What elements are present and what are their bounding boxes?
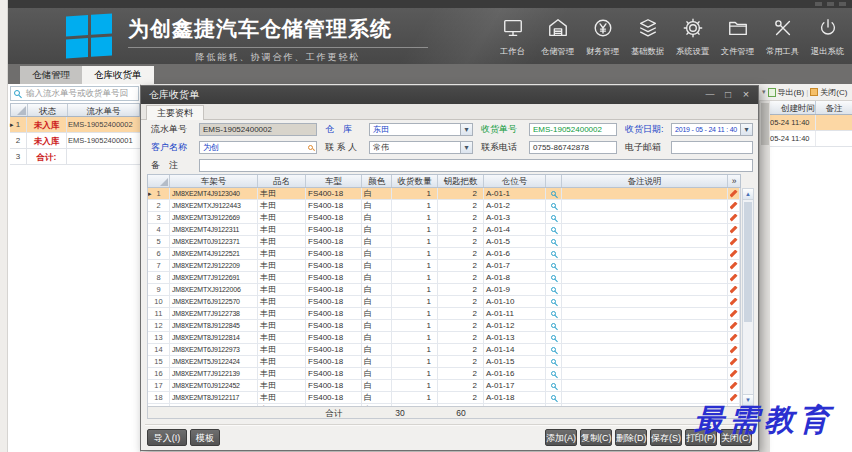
vehicle-row[interactable]: 14 JM8XE2MT6J9122973 丰田 FS400-18 白 1 2 A… bbox=[148, 344, 740, 356]
row-edit-icon[interactable] bbox=[730, 322, 738, 330]
scroll-thumb[interactable] bbox=[744, 202, 752, 322]
vehicle-row[interactable]: 6 JM8XE2MT4J9122521 丰田 FS400-18 白 1 2 A-… bbox=[148, 248, 740, 260]
col-model[interactable]: 车型 bbox=[306, 175, 362, 187]
template-button[interactable]: 模板 bbox=[190, 429, 220, 446]
vehicle-row[interactable]: 2 JM8XE2MTXJ9122443 丰田 FS400-18 白 1 2 A-… bbox=[148, 200, 740, 212]
row-edit-icon[interactable] bbox=[730, 286, 738, 294]
phone-field[interactable]: 0755-86742878 bbox=[529, 141, 617, 154]
row-lookup-icon[interactable] bbox=[551, 191, 556, 196]
dialog-minimize-icon[interactable] bbox=[702, 88, 718, 102]
copy-button[interactable]: 复制(C) bbox=[580, 429, 612, 446]
row-edit-icon[interactable] bbox=[730, 334, 738, 342]
col-qty[interactable]: 收货数量 bbox=[392, 175, 438, 187]
row-lookup-icon[interactable] bbox=[551, 203, 556, 208]
row-lookup-icon[interactable] bbox=[551, 359, 556, 364]
row-lookup-icon[interactable] bbox=[551, 311, 556, 316]
row-lookup-icon[interactable] bbox=[551, 299, 556, 304]
row-edit-icon[interactable] bbox=[730, 310, 738, 318]
close-list-button[interactable]: 关闭(C) bbox=[810, 87, 847, 98]
contact-select[interactable]: 常伟 bbox=[369, 141, 473, 154]
row-edit-icon[interactable] bbox=[730, 382, 738, 390]
row-edit-icon[interactable] bbox=[730, 214, 738, 222]
row-edit-icon[interactable] bbox=[730, 238, 738, 246]
delete-button[interactable]: 删除(D) bbox=[615, 429, 647, 446]
row-lookup-icon[interactable] bbox=[551, 395, 556, 400]
tab-main-info[interactable]: 主要资料 bbox=[146, 105, 204, 120]
nav-tools[interactable]: 常用工具 bbox=[760, 17, 805, 58]
vehicle-row[interactable]: 5 JM8XE2MT0J9122371 丰田 FS400-18 白 1 2 A-… bbox=[148, 236, 740, 248]
tab-receipt-doc[interactable]: 仓库收货单 bbox=[82, 66, 154, 84]
col-brand[interactable]: 品名 bbox=[258, 175, 306, 187]
receipt-date-picker[interactable]: 2019 - 05 - 24 11 : 40 bbox=[671, 123, 753, 136]
vehicle-row[interactable]: 1 JM8XE2MT4J9123040 丰田 FS400-18 白 1 2 A-… bbox=[148, 188, 740, 200]
col-note[interactable]: 备注 bbox=[816, 101, 852, 114]
vehicle-row[interactable]: 12 JM8XE2MT8J9122845 丰田 FS400-18 白 1 2 A… bbox=[148, 320, 740, 332]
col-keys[interactable]: 钥匙把数 bbox=[438, 175, 484, 187]
vehicle-table-scrollbar[interactable]: ▲ ▼ bbox=[742, 188, 754, 406]
vehicle-row[interactable]: 7 JM8XE2MT2J9122209 丰田 FS400-18 白 1 2 A-… bbox=[148, 260, 740, 272]
row-lookup-icon[interactable] bbox=[551, 347, 556, 352]
row-lookup-icon[interactable] bbox=[551, 323, 556, 328]
row-edit-icon[interactable] bbox=[730, 250, 738, 258]
col-more[interactable]: » bbox=[728, 175, 740, 187]
receipt-no-field[interactable]: EMS-19052400002 bbox=[529, 123, 617, 136]
row-lookup-icon[interactable] bbox=[551, 227, 556, 232]
nav-base-data[interactable]: 基础数据 bbox=[625, 17, 670, 58]
search-input[interactable]: 输入流水单号或收货单号回 bbox=[10, 86, 139, 101]
row-edit-icon[interactable] bbox=[730, 274, 738, 282]
row-lookup-icon[interactable] bbox=[551, 371, 556, 376]
nav-finance[interactable]: 财务管理 bbox=[580, 17, 625, 58]
vehicle-row[interactable]: 13 JM8XE2MT8J9122814 丰田 FS400-18 白 1 2 A… bbox=[148, 332, 740, 344]
dialog-close-icon[interactable] bbox=[738, 88, 754, 102]
receipt-list-row[interactable]: 3 合计: bbox=[10, 149, 140, 165]
add-button[interactable]: 添加(A) bbox=[545, 429, 577, 446]
receipt-list-row[interactable]: 1 未入库 EMS-19052400002 bbox=[10, 117, 140, 133]
row-lookup-icon[interactable] bbox=[551, 263, 556, 268]
dialog-titlebar[interactable]: 仓库收货单 bbox=[141, 86, 758, 104]
nav-workbench[interactable]: 工作台 bbox=[490, 17, 535, 58]
vehicle-row[interactable]: 3 JM8XE2MT3J9122669 丰田 FS400-18 白 1 2 A-… bbox=[148, 212, 740, 224]
vehicle-row[interactable]: 11 JM8XE2MT7J9122738 丰田 FS400-18 白 1 2 A… bbox=[148, 308, 740, 320]
save-button[interactable]: 保存(S) bbox=[650, 429, 682, 446]
import-button[interactable]: 导入(I) bbox=[147, 429, 187, 446]
row-lookup-icon[interactable] bbox=[551, 335, 556, 340]
vehicle-row[interactable]: 15 JM8XE2MT5J9122424 丰田 FS400-18 白 1 2 A… bbox=[148, 356, 740, 368]
col-serial-no[interactable]: 流水单号 bbox=[68, 104, 139, 116]
row-edit-icon[interactable] bbox=[730, 226, 738, 234]
vehicle-row[interactable]: 8 JM8XE2MT7J9122691 丰田 FS400-18 白 1 2 A-… bbox=[148, 272, 740, 284]
row-edit-icon[interactable] bbox=[730, 190, 738, 198]
row-lookup-icon[interactable] bbox=[551, 287, 556, 292]
nav-exit[interactable]: 退出系统 bbox=[805, 17, 850, 58]
col-color[interactable]: 颜色 bbox=[362, 175, 392, 187]
customer-field[interactable]: 为创 bbox=[199, 141, 317, 154]
background-grid-row[interactable]: 05-24 11:40 bbox=[770, 115, 852, 131]
serial-no-field[interactable]: EMS-19052400002 bbox=[199, 123, 317, 136]
row-lookup-icon[interactable] bbox=[551, 251, 556, 256]
customer-lookup-icon[interactable] bbox=[308, 145, 313, 150]
tab-warehouse-mgmt[interactable]: 仓储管理 bbox=[20, 66, 82, 84]
vehicle-row[interactable]: 17 JM8XE2MT0J9122452 丰田 FS400-18 白 1 2 A… bbox=[148, 380, 740, 392]
col-created-time[interactable]: 创建时间 bbox=[770, 101, 816, 114]
dialog-maximize-icon[interactable] bbox=[720, 88, 736, 102]
row-lookup-icon[interactable] bbox=[551, 239, 556, 244]
scroll-up-icon[interactable]: ▲ bbox=[743, 189, 753, 200]
export-button[interactable]: 导出(B) bbox=[768, 87, 805, 98]
vehicle-row[interactable]: 18 JM8XE2MT8J9122117 丰田 FS400-18 白 1 2 A… bbox=[148, 392, 740, 404]
row-edit-icon[interactable] bbox=[730, 346, 738, 354]
col-vin[interactable]: 车架号 bbox=[170, 175, 258, 187]
col-remark[interactable]: 备注说明 bbox=[562, 175, 728, 187]
col-position[interactable]: 仓位号 bbox=[484, 175, 546, 187]
row-edit-icon[interactable] bbox=[730, 298, 738, 306]
nav-files[interactable]: 文件管理 bbox=[715, 17, 760, 58]
row-lookup-icon[interactable] bbox=[551, 275, 556, 280]
row-edit-icon[interactable] bbox=[730, 358, 738, 366]
row-edit-icon[interactable] bbox=[730, 262, 738, 270]
dropdown-caret-icon[interactable]: ▾ bbox=[762, 88, 766, 96]
row-edit-icon[interactable] bbox=[730, 202, 738, 210]
background-grid-row[interactable]: 05-24 11:40 bbox=[770, 131, 852, 147]
email-field[interactable] bbox=[671, 141, 753, 154]
row-edit-icon[interactable] bbox=[730, 370, 738, 378]
vehicle-row[interactable]: 10 JM8XE2MT6J9122570 丰田 FS400-18 白 1 2 A… bbox=[148, 296, 740, 308]
warehouse-select[interactable]: 东田 bbox=[369, 123, 473, 136]
row-lookup-icon[interactable] bbox=[551, 215, 556, 220]
